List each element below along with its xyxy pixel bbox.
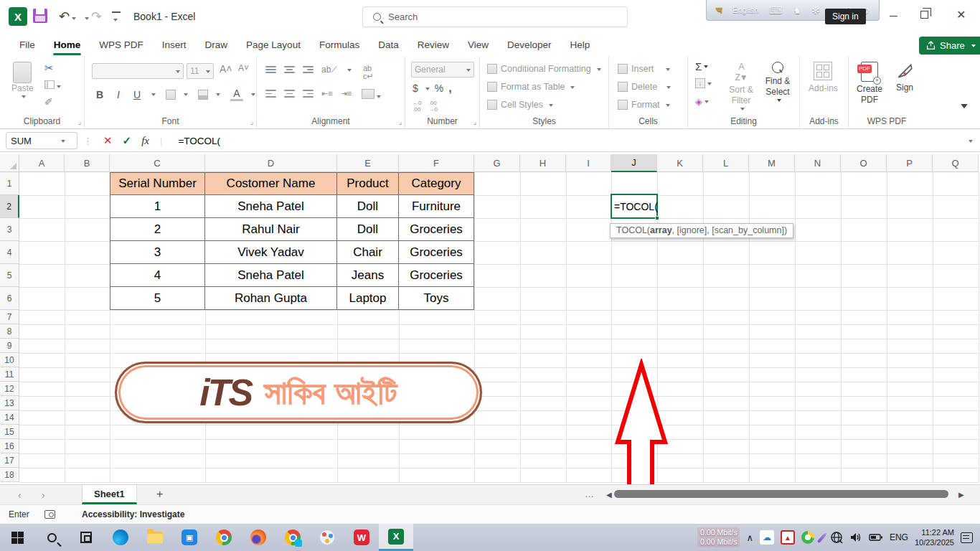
hscroll-left-arrow[interactable]: ◀ bbox=[606, 491, 612, 499]
column-header-O[interactable]: O bbox=[841, 154, 887, 172]
autosum-button[interactable]: Σ bbox=[695, 60, 708, 72]
borders-icon[interactable] bbox=[166, 90, 176, 100]
number-dialog-launcher[interactable]: ⌟ bbox=[473, 118, 476, 126]
ime-script-icon[interactable]: অ bbox=[716, 4, 722, 16]
column-header-G[interactable]: G bbox=[474, 154, 520, 172]
redo-icon[interactable]: ↶ bbox=[85, 9, 102, 24]
taskbar-search-button[interactable] bbox=[34, 524, 69, 551]
network-globe-icon[interactable] bbox=[830, 531, 843, 544]
grow-font-icon[interactable]: A˄ bbox=[220, 63, 232, 75]
table-cell[interactable]: Sneha Patel bbox=[205, 264, 337, 287]
macro-record-icon[interactable] bbox=[44, 510, 55, 519]
table-cell[interactable]: 4 bbox=[110, 264, 205, 287]
taskbar-app-ev-capture[interactable]: ▣ bbox=[172, 524, 207, 551]
security-360-tray-icon[interactable] bbox=[801, 531, 814, 544]
tab-help[interactable]: Help bbox=[561, 36, 600, 55]
shrink-font-icon[interactable]: A˅ bbox=[238, 63, 249, 73]
row-header-9[interactable]: 9 bbox=[0, 339, 19, 353]
row-header-13[interactable]: 13 bbox=[0, 396, 19, 410]
fill-button[interactable]: ↓ bbox=[695, 78, 712, 88]
table-cell[interactable]: 3 bbox=[110, 241, 205, 264]
table-cell[interactable]: Sneha Patel bbox=[205, 195, 337, 218]
increase-indent-icon[interactable]: ⇥≡ bbox=[341, 89, 352, 98]
clear-button[interactable]: ◈ bbox=[695, 96, 709, 107]
find-select-button[interactable]: Find & Select bbox=[760, 62, 796, 103]
table-cell[interactable]: Groceries bbox=[399, 218, 474, 241]
formula-bar-expand-chevron[interactable] bbox=[969, 140, 973, 145]
adobe-tray-icon[interactable]: ▲ bbox=[781, 530, 795, 545]
undo-icon[interactable]: ↶ bbox=[59, 9, 76, 24]
table-cell[interactable]: Furniture bbox=[399, 195, 474, 218]
active-cell-J2[interactable]: =TOCOL( bbox=[611, 194, 658, 219]
conditional-formatting-button[interactable]: Conditional Formatting bbox=[487, 60, 601, 77]
clock[interactable]: 11:22 AM 10/23/2025 bbox=[915, 527, 954, 548]
ime-settings-gear-icon[interactable]: ✻ bbox=[811, 5, 819, 16]
row-header-7[interactable]: 7 bbox=[0, 310, 19, 324]
ime-mode-icon[interactable]: ♞ bbox=[793, 5, 801, 16]
language-indicator[interactable]: ENG bbox=[890, 532, 908, 542]
font-size-select[interactable]: 11 bbox=[187, 63, 214, 79]
column-header-F[interactable]: F bbox=[399, 154, 474, 172]
enter-formula-icon[interactable]: ✓ bbox=[123, 134, 132, 147]
search-input[interactable]: Search bbox=[362, 6, 628, 27]
column-header-K[interactable]: K bbox=[657, 154, 703, 172]
taskbar-app-file-explorer[interactable] bbox=[138, 524, 172, 551]
table-header-cell[interactable]: Costomer Name bbox=[205, 172, 337, 195]
row-header-10[interactable]: 10 bbox=[0, 353, 19, 367]
bottom-align-icon[interactable] bbox=[303, 66, 314, 73]
align-right-icon[interactable] bbox=[303, 90, 314, 97]
tab-overflow-ellipsis[interactable]: … bbox=[585, 489, 594, 499]
table-cell[interactable]: 1 bbox=[110, 195, 205, 218]
cancel-formula-icon[interactable]: ✕ bbox=[103, 134, 113, 147]
quick-access-toolbar-chevron[interactable] bbox=[112, 11, 121, 26]
save-icon[interactable] bbox=[33, 9, 47, 23]
table-cell[interactable]: Groceries bbox=[399, 264, 474, 287]
table-cell[interactable]: Doll bbox=[337, 195, 399, 218]
table-cell[interactable]: Laptop bbox=[337, 287, 399, 310]
middle-align-icon[interactable] bbox=[284, 66, 295, 73]
sheet-tab-sheet1[interactable]: Sheet1 bbox=[82, 485, 137, 504]
tab-wps-pdf[interactable]: WPS PDF bbox=[90, 36, 153, 55]
table-header-cell[interactable]: Product bbox=[337, 172, 399, 195]
align-left-icon[interactable] bbox=[265, 90, 276, 97]
paste-button[interactable]: Paste bbox=[11, 62, 34, 99]
battery-icon[interactable] bbox=[869, 532, 883, 542]
row-header-12[interactable]: 12 bbox=[0, 382, 19, 396]
top-align-icon[interactable] bbox=[265, 66, 276, 73]
column-header-J[interactable]: J bbox=[611, 154, 657, 172]
alignment-dialog-launcher[interactable]: ⌟ bbox=[399, 118, 402, 126]
column-header-I[interactable]: I bbox=[566, 154, 611, 172]
table-cell[interactable]: 2 bbox=[110, 218, 205, 241]
tab-developer[interactable]: Developer bbox=[498, 36, 561, 55]
tab-file[interactable]: File bbox=[10, 36, 44, 55]
comma-style-icon[interactable]: , bbox=[448, 82, 451, 95]
row-header-8[interactable]: 8 bbox=[0, 324, 19, 339]
clipboard-dialog-launcher[interactable]: ⌟ bbox=[78, 118, 81, 126]
column-header-L[interactable]: L bbox=[703, 154, 749, 172]
add-ins-button[interactable]: Add-ins bbox=[809, 62, 838, 94]
tab-view[interactable]: View bbox=[458, 36, 498, 55]
table-header-cell[interactable]: Serial Number bbox=[110, 172, 205, 195]
insert-cells-button[interactable]: Insert bbox=[618, 60, 670, 77]
table-cell[interactable]: Jeans bbox=[337, 264, 399, 287]
volume-icon[interactable] bbox=[849, 532, 862, 543]
delete-cells-button[interactable]: Delete bbox=[618, 78, 671, 95]
taskbar-app-firefox[interactable] bbox=[241, 524, 275, 551]
insert-function-icon[interactable]: fx bbox=[141, 135, 149, 147]
table-header-cell[interactable]: Category bbox=[399, 172, 474, 195]
table-cell[interactable]: Rahul Nair bbox=[205, 218, 337, 241]
accessibility-status[interactable]: Accessibility: Investigate bbox=[82, 509, 184, 519]
name-box[interactable]: SUM bbox=[6, 132, 77, 149]
format-cells-button[interactable]: Format bbox=[618, 96, 670, 113]
column-header-B[interactable]: B bbox=[65, 154, 110, 172]
column-header-C[interactable]: C bbox=[110, 154, 205, 172]
taskbar-app-chrome[interactable] bbox=[207, 524, 241, 551]
row-header-15[interactable]: 15 bbox=[0, 425, 19, 439]
column-header-P[interactable]: P bbox=[887, 154, 933, 172]
stylus-pen-tray-icon[interactable] bbox=[817, 532, 827, 542]
row-header-6[interactable]: 6 bbox=[0, 287, 19, 310]
italic-button[interactable]: I bbox=[112, 89, 125, 100]
column-header-A[interactable]: A bbox=[19, 154, 65, 172]
row-header-17[interactable]: 17 bbox=[0, 453, 19, 468]
tab-home[interactable]: Home bbox=[44, 36, 90, 55]
